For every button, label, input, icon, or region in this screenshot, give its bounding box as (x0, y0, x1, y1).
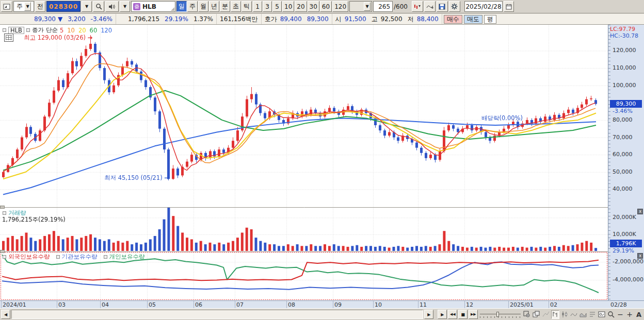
bar-total-label: /600 (394, 3, 408, 10)
period-button-주[interactable]: 주 (187, 1, 198, 12)
symbol-code-input[interactable]: 028300 (46, 1, 81, 12)
axis-tick-label: 10,000K (613, 231, 636, 238)
ownership-pane-legend: 외국인보유수량기관보유수량개인보유수량 (3, 253, 149, 261)
interval-button-10[interactable]: 10 (282, 1, 294, 12)
axis-tick-label: 80,000 (613, 116, 633, 123)
prev-symbol-button[interactable]: 전 (35, 1, 45, 12)
chart-style-candle-icon[interactable] (560, 310, 569, 319)
screenshot-icon[interactable] (598, 310, 606, 319)
pane-splitter-handle[interactable] (0, 206, 5, 209)
magnifier-icon[interactable] (607, 310, 615, 319)
zoom-in-button[interactable]: + (625, 310, 634, 319)
date-input[interactable]: 2025/02/28 (464, 1, 503, 12)
period-button-초[interactable]: 초 (231, 1, 241, 12)
scroll-right-button[interactable]: ▶ (424, 310, 433, 319)
rewind-button[interactable]: ◀◀ (448, 310, 457, 319)
custom-interval-combo[interactable]: ▼ (349, 1, 372, 12)
date-tick-label: 2024/01 (3, 301, 26, 308)
chart-style-area-icon[interactable] (579, 310, 587, 319)
settings-gear-icon[interactable] (449, 1, 460, 12)
price-change: 3,200 (68, 15, 85, 23)
turnover-pct: 1.37% (194, 15, 213, 23)
forward-button[interactable]: ▶▶ (469, 310, 478, 319)
period-button-분[interactable]: 분 (220, 1, 230, 12)
chart-style-bar-icon[interactable] (551, 310, 559, 319)
interval-button-5[interactable]: 5 (272, 1, 282, 12)
sell-button[interactable]: 매도 (464, 15, 482, 24)
search-icon[interactable] (93, 1, 104, 12)
play-button[interactable]: ▶ (438, 310, 447, 319)
chart-scrollbar-track[interactable] (11, 310, 423, 319)
ownership-legend-label: 개인보유수량 (109, 253, 145, 261)
zoom-out-button[interactable]: − (616, 310, 624, 319)
code-dropdown-button[interactable]: ▼ (82, 1, 92, 12)
window-switch-icon[interactable] (1, 1, 12, 12)
current-volume-pct: 29.19% (613, 247, 634, 254)
date-tick-label: 02 (550, 301, 557, 308)
scroll-left-button[interactable]: ◀ (1, 310, 10, 319)
interval-button-30[interactable]: 30 (308, 1, 319, 12)
interval-button-120[interactable]: 120 (332, 1, 348, 12)
resize-grip-icon (171, 7, 174, 11)
period-button-일[interactable]: 일 (176, 1, 187, 12)
price-axis[interactable]: LC:97.79 HC:-30.78 120,000110,000100,000… (608, 25, 644, 300)
sound-dropdown-button[interactable]: ▼ (120, 1, 130, 12)
chevron-down-icon[interactable]: ▼ (24, 2, 31, 11)
indicator-list-icon[interactable] (588, 310, 597, 319)
save-icon[interactable] (437, 1, 448, 12)
bar-count-input[interactable]: 265 (373, 1, 393, 12)
data-table-icon[interactable] (4, 33, 13, 42)
axis-tick-label: 20,000K (613, 214, 636, 221)
pane-splitter-handle[interactable] (0, 250, 5, 253)
date-tick-label: 06 (195, 301, 202, 308)
interval-button-60[interactable]: 60 (320, 1, 332, 12)
date-tick (464, 301, 465, 308)
date-tick-label: 05 (149, 301, 156, 308)
high-price: 92,500 (381, 15, 403, 23)
calendar-icon[interactable] (504, 1, 514, 12)
date-axis[interactable]: 2024/01030405060708091011122025/0102 02/… (0, 300, 644, 308)
chevron-down-icon[interactable]: ▼ (364, 2, 371, 11)
sound-icon[interactable] (105, 1, 119, 12)
avg-button[interactable]: 평 (484, 15, 496, 24)
period-button-년[interactable]: 년 (209, 1, 219, 12)
open-label: 시 (335, 15, 342, 24)
compare-window-icon[interactable] (532, 310, 540, 319)
interval-button-3[interactable]: 3 (263, 1, 272, 12)
chart-style-line-icon[interactable] (570, 310, 578, 319)
close-ownership-pane-icon[interactable]: x (637, 253, 643, 259)
checkbox-icon[interactable] (3, 255, 6, 259)
buy-button[interactable]: 매수 (444, 15, 462, 24)
checkbox-icon[interactable] (3, 28, 6, 32)
add-indicator-icon[interactable] (424, 1, 436, 12)
date-tick-label: 10 (375, 301, 382, 308)
high-annotation: 최고 129,000 (03/26) → (24, 34, 92, 42)
interval-button-20[interactable]: 20 (295, 1, 307, 12)
current-price-pct: -3.46% (613, 108, 633, 114)
axis-tick-label: -2,000,000 (613, 258, 643, 265)
symbol-name-field[interactable]: 증 HLB (131, 1, 175, 12)
price-change-pct: -3.46% (91, 15, 112, 23)
checkbox-icon[interactable] (104, 255, 107, 259)
period-button-틱[interactable]: 틱 (242, 1, 252, 12)
checkbox-icon[interactable] (26, 28, 30, 32)
chart-area[interactable]: HLB 종가 단순 5102060120 최고 129,000 (03/26) … (0, 25, 644, 308)
quote-infobar: 89,300 ▼ 3,200 -3.46% 1,796,215 29.19% 1… (0, 14, 644, 25)
legend-ma-120: 120 (101, 27, 112, 34)
close-volume-pane-icon[interactable]: x (637, 209, 643, 214)
date-tick (418, 301, 418, 308)
high-label: 고 (372, 15, 378, 24)
trendline-icon[interactable] (542, 310, 550, 319)
date-tick-label: 08 (288, 301, 295, 308)
stop-button[interactable]: ■ (458, 310, 468, 319)
period-button-월[interactable]: 월 (198, 1, 208, 12)
interval-button-1[interactable]: 1 (253, 1, 262, 12)
bar-shift-icon[interactable] (412, 1, 423, 12)
replay-speed-slider[interactable] (479, 310, 522, 319)
checkbox-icon[interactable] (3, 211, 6, 215)
font-size-button[interactable]: A (635, 310, 643, 319)
checkbox-icon[interactable] (56, 255, 60, 259)
right-arrow-icon: → (164, 174, 169, 181)
chart-type-combo[interactable]: 주 ▼ (13, 1, 34, 12)
zoom-area-icon[interactable] (523, 310, 531, 319)
